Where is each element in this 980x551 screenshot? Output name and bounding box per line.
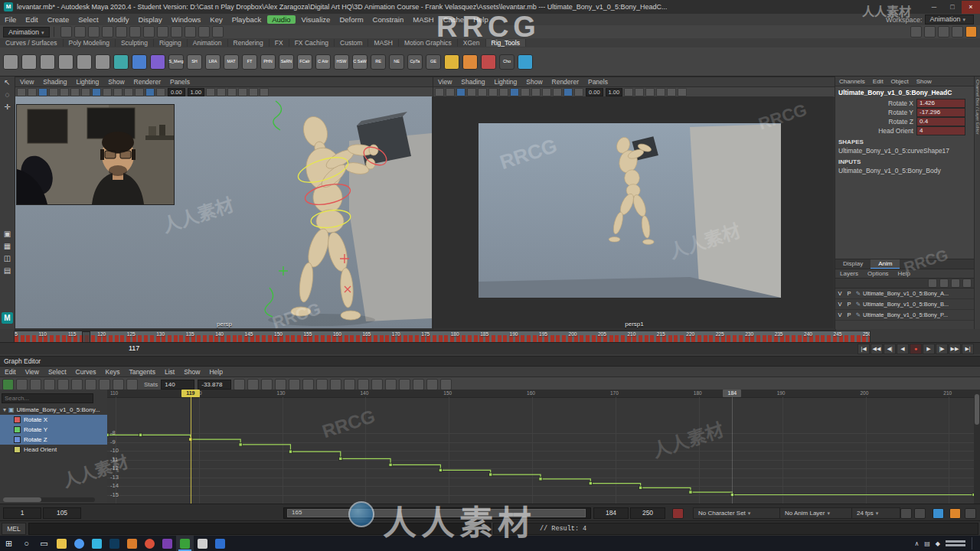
ge-toolbar-icon[interactable]: [57, 379, 69, 390]
panel-layout-icon[interactable]: [952, 26, 963, 37]
ge-toolbar-icon[interactable]: [44, 379, 55, 390]
shelf-icon-5[interactable]: [95, 54, 110, 70]
toolbar-icon[interactable]: [198, 26, 210, 37]
viewport-toolbar-icon[interactable]: [478, 88, 487, 96]
character-set-dropdown[interactable]: No Character Set▾: [693, 507, 782, 519]
shelf-icon-hsw[interactable]: HSW: [334, 54, 349, 70]
shelf-tab-xgen[interactable]: XGen: [458, 39, 486, 47]
move-tool-icon[interactable]: ✛: [0, 101, 15, 113]
vp-menu-view[interactable]: View: [15, 78, 38, 86]
shelf-icon-sarn[interactable]: SaRN: [279, 54, 294, 70]
channel-box-tab-label[interactable]: Channel Box / Layer Editor: [975, 80, 980, 135]
playback-button[interactable]: |▶: [936, 344, 948, 354]
toolbar-icon[interactable]: [185, 26, 196, 37]
mel-dropdown[interactable]: MEL: [2, 523, 26, 535]
cb-menu-show[interactable]: Show: [913, 78, 936, 85]
range-slider-handle[interactable]: [287, 509, 586, 517]
shelf-icon-c-attr[interactable]: C Attr: [315, 54, 331, 70]
layer-menu-help[interactable]: Help: [893, 269, 915, 278]
shelf-icon-ge[interactable]: GE: [426, 54, 441, 70]
menu-file[interactable]: File: [0, 15, 21, 24]
layer-tab-display[interactable]: Display: [835, 259, 871, 269]
viewport-toolbar-icon[interactable]: [227, 88, 237, 96]
ge-menu-help[interactable]: Help: [204, 368, 227, 376]
vp-menu-panels[interactable]: Panels: [165, 78, 194, 86]
fps-dropdown[interactable]: 24 fps▾: [851, 507, 900, 519]
viewport-toolbar-icon[interactable]: [467, 88, 476, 96]
task-view-icon[interactable]: ▭: [35, 536, 53, 551]
start-button[interactable]: ⊞: [0, 536, 18, 551]
viewport-toolbar-icon[interactable]: [249, 88, 258, 96]
ge-menu-edit[interactable]: Edit: [0, 368, 21, 376]
stats-value-field[interactable]: -33.878: [198, 380, 231, 390]
viewport-toolbar-icon[interactable]: [70, 88, 80, 96]
viewport-toolbar-icon[interactable]: [521, 88, 530, 96]
panel-layout-icon[interactable]: [910, 26, 922, 37]
vp-menu-shading[interactable]: Shading: [38, 78, 71, 86]
viewport-toolbar-icon[interactable]: [656, 88, 665, 96]
shelf-icon-mat[interactable]: MAT: [224, 54, 239, 70]
ge-toolbar-icon[interactable]: [113, 379, 124, 390]
shelf-tab-rigging[interactable]: Rigging: [154, 39, 188, 47]
channel-value[interactable]: 0.4: [916, 117, 965, 126]
shelf-tab-rig-tools[interactable]: Rig_Tools: [486, 39, 526, 47]
menu-create[interactable]: Create: [43, 15, 74, 24]
shelf-tab-poly-modeling[interactable]: Poly Modeling: [64, 39, 116, 47]
panel-layout-icon[interactable]: [965, 508, 976, 519]
ge-toolbar-icon[interactable]: [234, 379, 245, 390]
shape-node[interactable]: Ultimate_Bony_v1_0_5:curveShape17: [835, 146, 975, 155]
loop-mode-icon[interactable]: [900, 508, 912, 519]
menu-deform[interactable]: Deform: [335, 15, 368, 24]
vp-menu-panels[interactable]: Panels: [583, 78, 612, 86]
menu-modify[interactable]: Modify: [103, 15, 134, 24]
ge-toolbar-icon[interactable]: [71, 379, 83, 390]
toolbar-icon[interactable]: [129, 26, 141, 37]
playback-button[interactable]: ◀|: [884, 344, 896, 354]
layer-edit-icon[interactable]: ✎: [854, 311, 863, 318]
shelf-icon-24[interactable]: [444, 54, 459, 70]
stats-frame-field[interactable]: 140: [161, 380, 194, 390]
auto-key-icon[interactable]: [672, 508, 684, 519]
layer-tool-icon[interactable]: [939, 279, 949, 288]
outliner-scrollbar[interactable]: [3, 497, 95, 502]
network-icon[interactable]: ▤: [924, 540, 930, 547]
shelf-tab-fx[interactable]: FX: [270, 39, 289, 47]
keyframe[interactable]: [107, 433, 109, 436]
ge-menu-show[interactable]: Show: [179, 368, 204, 376]
current-frame-field[interactable]: 117: [129, 344, 139, 352]
shelf-tab-animation[interactable]: Animation: [188, 39, 228, 47]
ge-toolbar-icon[interactable]: [440, 379, 452, 390]
viewport-toolbar-icon[interactable]: [678, 88, 687, 96]
viewport-toolbar-icon[interactable]: [510, 88, 519, 96]
viewport-toolbar-icon[interactable]: [446, 88, 455, 96]
viewport-toolbar-icon[interactable]: [60, 88, 69, 96]
layer-playback-toggle[interactable]: P: [844, 311, 854, 318]
firefox-icon[interactable]: [141, 536, 158, 551]
keyframe[interactable]: [389, 463, 392, 466]
add-layer-icon[interactable]: [962, 279, 972, 288]
shelf-icon-3[interactable]: [58, 54, 74, 70]
keyframe[interactable]: [439, 468, 442, 471]
layout-four-icon[interactable]: ▦: [0, 240, 15, 253]
panel-layout-icon[interactable]: [938, 26, 949, 37]
layer-menu-layers[interactable]: Layers: [835, 269, 863, 278]
channel-head-orient[interactable]: Head Orient: [0, 445, 107, 455]
shelf-tab-custom[interactable]: Custom: [335, 39, 368, 47]
keyframe[interactable]: [539, 478, 542, 481]
shelf-icon-s-merg[interactable]: S_Merg: [168, 54, 184, 70]
shelf-icon-sh[interactable]: SH: [187, 54, 202, 70]
cb-menu-channels[interactable]: Channels: [835, 78, 869, 85]
layer-tool-icon[interactable]: [951, 279, 960, 288]
ge-toolbar-icon[interactable]: [261, 379, 273, 390]
channel-rotate-x[interactable]: Rotate X: [0, 415, 107, 425]
record-button[interactable]: ●: [910, 344, 922, 354]
vp-menu-renderer[interactable]: Renderer: [129, 78, 165, 86]
channel-rotate-y[interactable]: Rotate Y: [0, 425, 107, 435]
app-icon-2[interactable]: [123, 536, 141, 551]
viewport-toolbar-icon[interactable]: [156, 88, 165, 96]
shelf-icon-8[interactable]: [150, 54, 165, 70]
ge-toolbar-icon[interactable]: [399, 379, 410, 390]
clock[interactable]: [940, 540, 965, 546]
vp-menu-lighting[interactable]: Lighting: [71, 78, 103, 86]
viewport-toolbar-icon[interactable]: [488, 88, 498, 96]
